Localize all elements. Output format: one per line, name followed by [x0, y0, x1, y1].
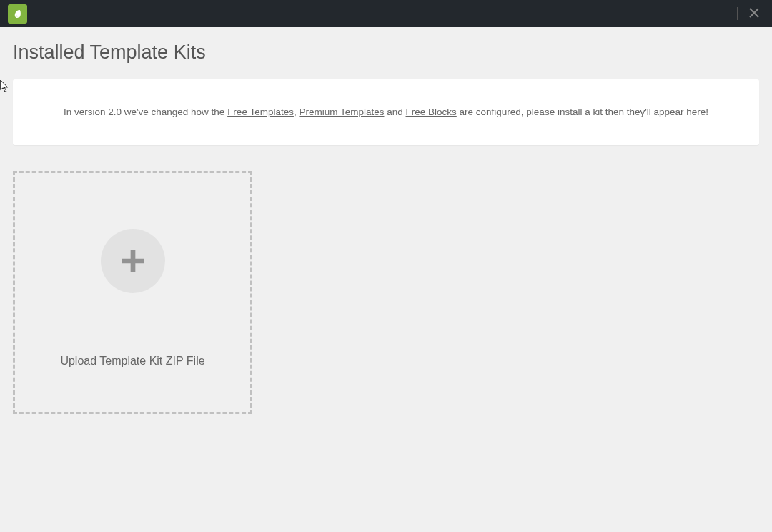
- topbar-divider: [737, 7, 738, 20]
- notice-text: In version 2.0 we've changed how the Fre…: [30, 105, 742, 119]
- plus-icon: [119, 247, 147, 275]
- upload-template-kit-card[interactable]: Upload Template Kit ZIP File: [13, 171, 252, 414]
- close-icon: [749, 8, 759, 18]
- top-bar: [0, 0, 772, 27]
- notice-suffix: are configured, please install a kit the…: [457, 107, 708, 117]
- premium-templates-link[interactable]: Premium Templates: [299, 107, 384, 117]
- close-button[interactable]: [746, 4, 762, 23]
- topbar-right: [737, 4, 762, 23]
- notice-sep2: and: [384, 107, 405, 117]
- notice-prefix: In version 2.0 we've changed how the: [64, 107, 227, 117]
- content-area: Installed Template Kits In version 2.0 w…: [0, 27, 772, 428]
- upload-label: Upload Template Kit ZIP File: [60, 355, 204, 368]
- upload-plus-circle: [101, 229, 165, 293]
- leaf-icon: [12, 9, 23, 19]
- notice-box: In version 2.0 we've changed how the Fre…: [13, 79, 759, 145]
- free-templates-link[interactable]: Free Templates: [227, 107, 294, 117]
- free-blocks-link[interactable]: Free Blocks: [406, 107, 457, 117]
- envato-logo[interactable]: [8, 4, 27, 24]
- page-title: Installed Template Kits: [13, 41, 759, 64]
